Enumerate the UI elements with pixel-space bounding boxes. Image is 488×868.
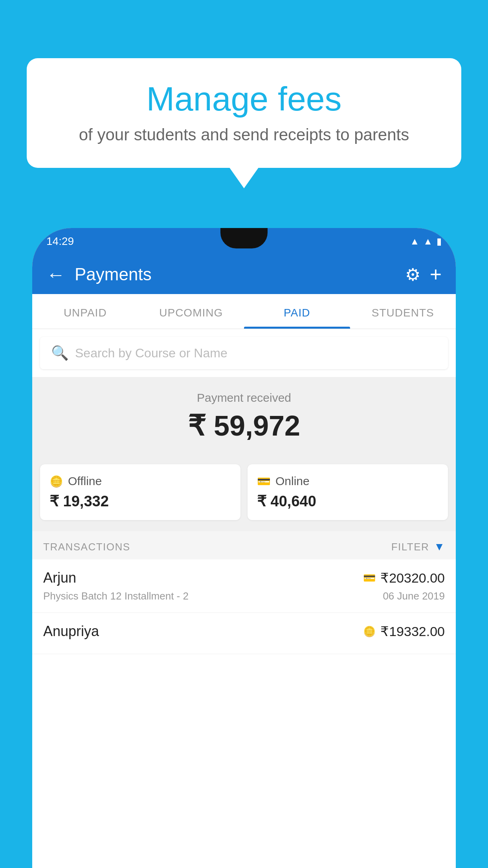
transaction-amount: ₹19332.00 (380, 623, 445, 639)
offline-payment-icon: 🪙 (363, 625, 376, 638)
table-row[interactable]: Anupriya 🪙 ₹19332.00 (32, 613, 456, 654)
tab-paid[interactable]: PAID (244, 294, 350, 329)
signal-icon: ▲ (423, 236, 433, 247)
table-row[interactable]: Arjun 💳 ₹20320.00 Physics Batch 12 Insta… (32, 559, 456, 613)
transaction-name: Anupriya (43, 623, 99, 640)
filter-row[interactable]: FILTER ▼ (391, 541, 445, 553)
app-header: ← Payments ⚙ + (32, 255, 456, 294)
status-icons: ▲ ▲ ▮ (410, 236, 442, 247)
transaction-date: 06 June 2019 (383, 590, 445, 602)
tab-students[interactable]: STUDENTS (350, 294, 456, 329)
online-amount: ₹ 40,640 (257, 493, 438, 510)
payment-cards: 🪙 Offline ₹ 19,332 💳 Online ₹ 40,640 (32, 464, 456, 531)
back-button[interactable]: ← (46, 264, 65, 285)
phone-notch (220, 228, 268, 248)
phone-frame: 14:29 ▲ ▲ ▮ ← Payments ⚙ + UNPAID UPCOMI… (32, 228, 456, 868)
offline-amount: ₹ 19,332 (50, 493, 231, 510)
offline-card: 🪙 Offline ₹ 19,332 (40, 464, 240, 520)
total-payment-amount: ₹ 59,972 (43, 409, 445, 442)
wifi-icon: ▲ (410, 236, 419, 247)
battery-icon: ▮ (437, 236, 442, 247)
online-icon: 💳 (257, 475, 271, 488)
settings-button[interactable]: ⚙ (405, 265, 420, 285)
status-time: 14:29 (46, 235, 74, 248)
offline-icon: 🪙 (50, 475, 63, 488)
status-bar: 14:29 ▲ ▲ ▮ (32, 228, 456, 255)
bubble-title: Manage fees (50, 80, 438, 118)
speech-bubble: Manage fees of your students and send re… (27, 58, 461, 168)
filter-label: FILTER (391, 541, 429, 553)
online-card: 💳 Online ₹ 40,640 (248, 464, 448, 520)
bubble-subtitle: of your students and send receipts to pa… (50, 125, 438, 144)
offline-label: Offline (68, 474, 102, 488)
add-button[interactable]: + (430, 263, 442, 286)
online-payment-icon: 💳 (363, 572, 376, 584)
transactions-label: TRANSACTIONS (43, 541, 130, 553)
search-placeholder: Search by Course or Name (75, 346, 227, 360)
payment-received-label: Payment received (43, 391, 445, 405)
online-label: Online (275, 474, 310, 488)
tab-upcoming[interactable]: UPCOMING (138, 294, 244, 329)
payment-received-section: Payment received ₹ 59,972 (32, 377, 456, 464)
filter-icon: ▼ (434, 541, 445, 553)
transaction-amount: ₹20320.00 (380, 570, 445, 586)
header-title: Payments (75, 265, 396, 284)
transaction-detail: Physics Batch 12 Installment - 2 (43, 590, 189, 602)
tab-unpaid[interactable]: UNPAID (32, 294, 138, 329)
transaction-name: Arjun (43, 570, 76, 586)
transactions-header: TRANSACTIONS FILTER ▼ (32, 531, 456, 559)
search-bar[interactable]: 🔍 Search by Course or Name (40, 337, 448, 369)
tabs-bar: UNPAID UPCOMING PAID STUDENTS (32, 294, 456, 329)
search-icon: 🔍 (51, 345, 69, 361)
